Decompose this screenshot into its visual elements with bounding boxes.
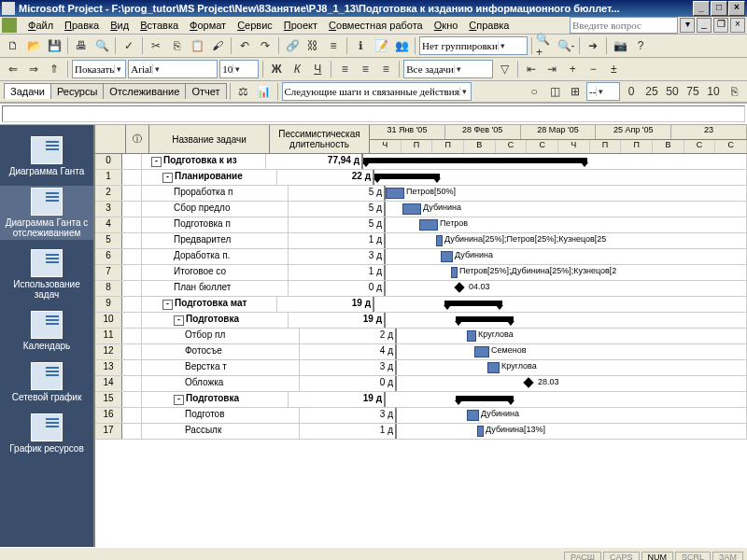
split-icon[interactable]: ≡ <box>324 36 343 55</box>
gantt-cell[interactable] <box>386 313 747 328</box>
goto-task-icon[interactable]: ➜ <box>584 36 602 55</box>
show-combo[interactable]: Показать▾ <box>72 60 126 78</box>
align-center-icon[interactable]: ≡ <box>356 60 374 78</box>
task-bar[interactable] <box>467 330 476 342</box>
duration-cell[interactable]: 5 д <box>289 217 386 232</box>
duration-cell[interactable]: 1 д <box>289 233 386 248</box>
row-number[interactable]: 12 <box>95 344 122 359</box>
gantt-cell[interactable]: Петров[50%] <box>386 186 747 201</box>
task-bar[interactable] <box>419 219 438 231</box>
filter-combo[interactable]: Все задачи▾ <box>403 60 493 78</box>
task-name-cell[interactable]: Обложка <box>142 376 300 391</box>
save-icon[interactable]: 💾 <box>45 36 63 55</box>
paste-icon[interactable]: 📋 <box>188 36 206 55</box>
guide-tab-Ресурсы[interactable]: Ресурсы <box>50 83 104 99</box>
name-header[interactable]: Название задачи <box>149 125 270 153</box>
view-Календарь[interactable]: Календарь <box>21 309 72 353</box>
info-cell[interactable] <box>122 281 142 296</box>
table-row[interactable]: 6Доработка п.3 дДубинина <box>95 249 747 265</box>
row-number[interactable]: 0 <box>95 154 122 169</box>
gantt-cell[interactable]: Дубинина <box>397 408 747 423</box>
doc-close-button[interactable]: × <box>730 18 745 33</box>
gantt-cell[interactable] <box>386 392 747 407</box>
menu-Справка[interactable]: Справка <box>463 18 514 33</box>
gantt-cell[interactable]: Дубинина[25%];Петров[25%];Кузнецов[25 <box>386 233 747 248</box>
menu-Сервис[interactable]: Сервис <box>232 18 278 33</box>
next-steps-combo[interactable]: Следующие шаги и связанные действия▾ <box>282 82 472 101</box>
show-sub-icon[interactable]: + <box>563 60 582 78</box>
task-name-cell[interactable]: Сбор предло <box>142 202 289 217</box>
milestone-icon[interactable] <box>454 282 464 292</box>
row-number[interactable]: 15 <box>95 392 122 407</box>
info-icon[interactable]: ℹ <box>351 36 370 55</box>
info-cell[interactable] <box>122 249 142 264</box>
p50-icon[interactable]: 50 <box>663 82 682 101</box>
outline-toggle[interactable]: - <box>162 173 173 183</box>
duration-cell[interactable]: 0 д <box>289 281 386 296</box>
unlink-icon[interactable]: ⛓ <box>303 36 322 55</box>
table-row[interactable]: 13Верстка т3 дКруглова <box>95 360 747 376</box>
copy-pic-icon[interactable]: 📷 <box>611 36 629 55</box>
new-icon[interactable]: 🗋 <box>4 36 22 55</box>
table-row[interactable]: 15-Подготовка19 д <box>95 392 747 408</box>
preview-icon[interactable]: 🔍 <box>92 36 111 55</box>
font-combo[interactable]: Arial▾ <box>128 60 218 78</box>
view-Сетевой-график[interactable]: Сетевой график <box>10 360 84 404</box>
task-bar[interactable] <box>487 362 500 373</box>
row-number[interactable]: 1 <box>95 170 122 185</box>
task-bar[interactable] <box>467 410 479 421</box>
table-row[interactable]: 9-Подготовка мат19 д <box>95 297 747 313</box>
row-number[interactable]: 3 <box>95 202 122 217</box>
summary-bar[interactable] <box>456 396 514 401</box>
balance-icon[interactable]: ⚖ <box>234 82 253 101</box>
duration-cell[interactable]: 2 д <box>300 329 397 343</box>
menu-Окно[interactable]: Окно <box>429 18 464 33</box>
task-name-cell[interactable]: Доработка п. <box>142 249 289 264</box>
info-cell[interactable] <box>122 360 142 375</box>
doc-minimize-button[interactable]: _ <box>697 18 712 33</box>
duration-cell[interactable]: 1 д <box>289 265 386 280</box>
info-cell[interactable] <box>122 424 142 439</box>
zoom-out-icon[interactable]: 🔍- <box>557 36 575 55</box>
menu-Совместная работа[interactable]: Совместная работа <box>323 18 429 33</box>
summary-bar[interactable] <box>374 174 440 179</box>
menu-Правка[interactable]: Правка <box>59 18 105 33</box>
duration-cell[interactable]: 19 д <box>277 297 374 312</box>
link-icon[interactable]: 🔗 <box>283 36 302 55</box>
p0-icon[interactable]: 0 <box>622 82 641 101</box>
redo-icon[interactable]: ↷ <box>256 36 275 55</box>
row-number[interactable]: 6 <box>95 249 122 264</box>
row-number[interactable]: 11 <box>95 329 122 343</box>
task-name-cell[interactable]: Фотосъе <box>142 344 300 359</box>
assign-icon[interactable]: 👥 <box>392 36 411 55</box>
t-icon-4[interactable]: ⎘ <box>725 82 743 101</box>
menu-Формат[interactable]: Формат <box>184 18 232 33</box>
gantt-cell[interactable]: Дубинина <box>386 202 747 217</box>
info-cell[interactable] <box>122 344 142 359</box>
cut-icon[interactable]: ✂ <box>147 36 165 55</box>
undo-icon[interactable]: ↶ <box>235 36 254 55</box>
guide-tab-Отчет[interactable]: Отчет <box>185 83 226 99</box>
info-cell[interactable] <box>122 376 142 391</box>
outline-toggle[interactable]: - <box>174 395 184 405</box>
info-cell[interactable] <box>122 154 142 169</box>
align-right-icon[interactable]: ≡ <box>376 60 395 78</box>
zoom-in-icon[interactable]: 🔍+ <box>536 36 555 55</box>
duration-cell[interactable]: 19 д <box>289 313 386 328</box>
row-number[interactable]: 16 <box>95 408 122 423</box>
task-name-cell[interactable]: Верстка т <box>142 360 300 375</box>
menu-Файл[interactable]: Файл <box>22 18 59 33</box>
fwd-icon[interactable]: ⇒ <box>24 60 43 78</box>
indent-icon[interactable]: ⇥ <box>543 60 561 78</box>
duration-cell[interactable]: 1 д <box>300 424 397 439</box>
gantt-cell[interactable] <box>363 154 747 169</box>
table-row[interactable]: 5Предварител1 дДубинина[25%];Петров[25%]… <box>95 233 747 249</box>
task-name-cell[interactable]: -Подготовка к из <box>142 154 266 169</box>
table-row[interactable]: 1-Планирование22 д <box>95 170 747 186</box>
menu-Проект[interactable]: Проект <box>278 18 323 33</box>
view-Диаграмма-Ганта[interactable]: Диаграмма Ганта <box>7 134 87 178</box>
row-number[interactable]: 17 <box>95 424 122 439</box>
task-name-cell[interactable]: Итоговое со <box>142 265 289 280</box>
outline-toggle[interactable]: - <box>162 300 173 310</box>
info-cell[interactable] <box>122 392 142 407</box>
